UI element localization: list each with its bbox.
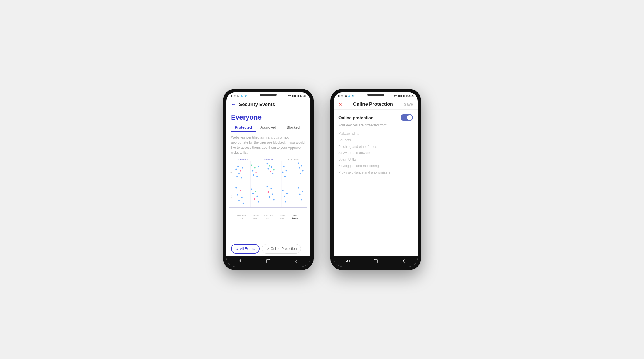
status-bar-2: ⏺ ✉ 🖼 💧 🐦 ▾▾ ▮▮▮ ▮ 10:14 bbox=[334, 92, 418, 99]
spotify-icon-2: ⏺ bbox=[338, 95, 340, 97]
nav-recent-button-2[interactable] bbox=[345, 259, 350, 264]
svg-point-42 bbox=[267, 186, 268, 187]
x-label-0: 4 weeksago bbox=[235, 214, 248, 220]
svg-point-14 bbox=[241, 177, 242, 179]
nav-back-button-2[interactable] bbox=[401, 259, 406, 264]
svg-point-52 bbox=[282, 190, 284, 191]
svg-point-33 bbox=[256, 196, 258, 197]
nav-recent-button[interactable] bbox=[238, 259, 243, 264]
svg-point-25 bbox=[254, 167, 256, 169]
time-display-2: 10:14 bbox=[406, 94, 414, 98]
svg-point-45 bbox=[270, 188, 272, 189]
svg-point-15 bbox=[242, 167, 243, 169]
signal-indicator: ▮▮▮ bbox=[292, 94, 296, 97]
protection-subtitle: Your devices are protected from: bbox=[334, 123, 418, 131]
protection-toggle-label: Online protection bbox=[338, 115, 373, 120]
status-right-1: ▾▾ ▮▮▮ ▮ 5:38 bbox=[288, 94, 306, 98]
protection-toggle-row: Online protection bbox=[334, 110, 418, 123]
list-item-phishing: Phishing and other frauds bbox=[338, 144, 413, 150]
list-item-malware: Malware sites bbox=[338, 131, 413, 137]
wifi-indicator: ▾▾ bbox=[288, 94, 291, 97]
droplet-icon-2: 💧 bbox=[348, 95, 351, 97]
save-button[interactable]: Save bbox=[404, 102, 413, 107]
nav-home-button-2[interactable] bbox=[373, 259, 378, 264]
photo-icon-2: 🖼 bbox=[344, 95, 347, 97]
phone2-screen: ✕ Online Protection Save Online protecti… bbox=[334, 99, 418, 256]
all-events-icon: ⊙ bbox=[235, 247, 238, 251]
battery-indicator-2: ▮ bbox=[403, 94, 405, 97]
phone2-inner: ⏺ ✉ 🖼 💧 🐦 ▾▾ ▮▮▮ ▮ 10:14 ✕ On bbox=[334, 92, 418, 267]
list-item-keyloggers: Keyloggers and monitoring bbox=[338, 163, 413, 169]
list-item-proxy: Proxy avoidance and anonymizers bbox=[338, 169, 413, 176]
x-label-1: 3 weeksago bbox=[248, 214, 262, 220]
status-bar-1: ⏺ ✉ 🖼 💧 🐦 ▾▾ ▮▮▮ ▮ 5:38 bbox=[226, 92, 310, 99]
section-heading: Everyone bbox=[226, 110, 310, 123]
svg-point-11 bbox=[237, 166, 239, 167]
svg-point-59 bbox=[301, 165, 302, 167]
svg-point-41 bbox=[273, 169, 275, 171]
phone2: ⏺ ✉ 🖼 💧 🐦 ▾▾ ▮▮▮ ▮ 10:14 ✕ On bbox=[330, 89, 421, 270]
svg-point-56 bbox=[298, 163, 299, 164]
svg-point-63 bbox=[301, 199, 302, 201]
tab-blocked[interactable]: Blocked bbox=[281, 123, 306, 132]
svg-point-20 bbox=[241, 197, 243, 198]
speaker bbox=[260, 94, 277, 96]
svg-point-10 bbox=[236, 176, 238, 177]
online-protection-button-1[interactable]: 🛡 Online Protection bbox=[262, 244, 301, 254]
svg-text:☽: ☽ bbox=[230, 195, 232, 198]
svg-point-23 bbox=[252, 170, 253, 172]
tab-approved[interactable]: Approved bbox=[256, 123, 281, 132]
list-item-spyware: Spyware and adware bbox=[338, 150, 413, 156]
chart-x-axis: 4 weeksago 3 weeksago 2 weeksago 7 daysa… bbox=[229, 213, 307, 220]
wifi-indicator-2: ▾▾ bbox=[394, 94, 397, 97]
phone1-inner: ⏺ ✉ 🖼 💧 🐦 ▾▾ ▮▮▮ ▮ 5:38 ← Secu bbox=[226, 92, 310, 267]
msg-icon: ✉ bbox=[234, 95, 236, 97]
svg-point-44 bbox=[269, 196, 270, 198]
svg-point-43 bbox=[268, 191, 269, 193]
svg-point-46 bbox=[272, 194, 273, 195]
bottom-buttons: ⊙ All Events 🛡 Online Protection bbox=[226, 241, 310, 256]
list-item-botnets: Bot nets bbox=[338, 137, 413, 144]
x-label-3: 7 daysago bbox=[275, 214, 288, 220]
spotify-icon: ⏺ bbox=[230, 95, 233, 97]
svg-point-49 bbox=[283, 166, 285, 167]
nav-back-button[interactable] bbox=[294, 259, 299, 264]
back-button[interactable]: ← bbox=[231, 101, 236, 107]
app-title-1: Security Events bbox=[239, 102, 275, 107]
svg-point-47 bbox=[273, 199, 275, 201]
tab-protected[interactable]: Protected bbox=[231, 123, 256, 132]
photo-icon: 🖼 bbox=[237, 95, 239, 97]
svg-point-24 bbox=[253, 174, 254, 176]
svg-point-60 bbox=[302, 170, 304, 172]
svg-point-19 bbox=[240, 190, 241, 191]
nav-bar-2 bbox=[334, 256, 418, 267]
svg-point-32 bbox=[255, 191, 256, 192]
nav-home-button[interactable] bbox=[266, 259, 271, 264]
svg-point-27 bbox=[256, 176, 258, 177]
svg-point-57 bbox=[299, 167, 300, 169]
all-events-button[interactable]: ⊙ All Events bbox=[231, 244, 260, 254]
phone1-screen: ← Security Events Everyone Protected App… bbox=[226, 99, 310, 256]
svg-point-61 bbox=[298, 187, 299, 189]
x-label-4: ThisWeek bbox=[288, 214, 302, 220]
svg-point-31 bbox=[254, 198, 255, 200]
online-protection-label-1: Online Protection bbox=[271, 247, 297, 251]
svg-point-50 bbox=[284, 176, 286, 177]
online-protection-toggle[interactable] bbox=[401, 114, 413, 121]
status-left-1: ⏺ ✉ 🖼 💧 🐦 bbox=[230, 95, 247, 97]
event-label-1: 12 events bbox=[262, 158, 273, 161]
svg-point-39 bbox=[271, 166, 272, 168]
close-button[interactable]: ✕ bbox=[338, 102, 342, 107]
app-header-1: ← Security Events bbox=[226, 99, 310, 110]
svg-point-13 bbox=[240, 170, 241, 172]
status-right-2: ▾▾ ▮▮▮ ▮ 10:14 bbox=[394, 94, 414, 98]
svg-point-16 bbox=[235, 187, 237, 189]
svg-point-53 bbox=[284, 196, 285, 197]
twitter-icon: 🐦 bbox=[244, 95, 247, 97]
app-title-2: Online Protection bbox=[353, 101, 393, 107]
svg-point-28 bbox=[258, 166, 259, 167]
svg-point-58 bbox=[300, 173, 301, 174]
list-item-spam: Spam URLs bbox=[338, 156, 413, 163]
tabs-container: Protected Approved Blocked bbox=[226, 123, 310, 132]
chart-event-labels: 5 events 12 events no events bbox=[226, 158, 310, 161]
